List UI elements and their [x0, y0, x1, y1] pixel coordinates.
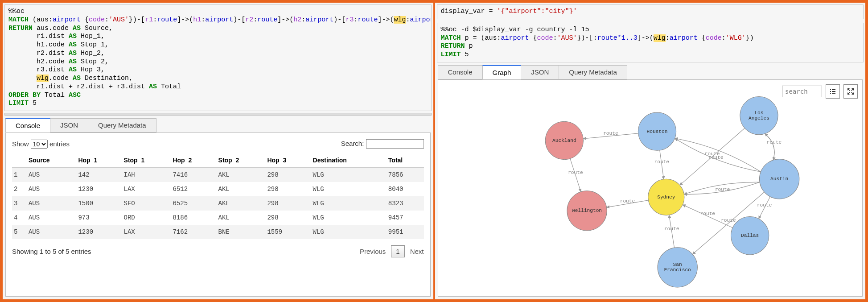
- node-label: Houston: [646, 128, 667, 134]
- graph-search-input[interactable]: [782, 86, 822, 97]
- search-control: Search:: [341, 139, 424, 149]
- table-row: 1AUS142IAH7416AKL298WLG7856: [12, 168, 424, 182]
- edge: [683, 205, 732, 228]
- entries-control: Show 10 entries: [12, 140, 70, 149]
- previous-button[interactable]: Previous: [360, 248, 386, 255]
- node-label: Sydney: [657, 194, 675, 200]
- edge-label: route: [603, 131, 618, 136]
- edge-label: route: [715, 187, 729, 192]
- edge: [765, 134, 774, 160]
- edge-label: route: [721, 218, 736, 223]
- code-cell-right-b[interactable]: %%oc -d $display_var -g country -l 15 MA…: [437, 23, 864, 62]
- tab-json[interactable]: JSON: [50, 118, 88, 132]
- edge: [765, 134, 774, 160]
- result-tabs-right: ConsoleGraphJSONQuery Metadata: [438, 65, 863, 79]
- search-input[interactable]: [366, 139, 424, 149]
- edge-label: route: [568, 170, 583, 175]
- tab-graph[interactable]: Graph: [482, 65, 522, 79]
- edge: [659, 150, 663, 179]
- show-label-pre: Show: [12, 140, 29, 148]
- show-label-post: entries: [49, 140, 70, 148]
- node-label: Dallas: [741, 233, 759, 238]
- tab-json[interactable]: JSON: [521, 65, 559, 79]
- col-rownum[interactable]: [12, 153, 27, 168]
- entries-select[interactable]: 10: [31, 140, 48, 149]
- node-label: Francisco: [664, 267, 691, 273]
- table-row: 4AUS973ORD8186AKL298WLG9457: [12, 211, 424, 225]
- edge: [679, 128, 745, 185]
- node-label: Angeles: [749, 116, 769, 121]
- node-label: Auckland: [552, 138, 576, 143]
- tab-query-metadata[interactable]: Query Metadata: [559, 65, 627, 79]
- horizontal-scrollbar[interactable]: [4, 113, 432, 116]
- result-tabs-left: ConsoleJSONQuery Metadata: [5, 118, 431, 132]
- node-label: San: [673, 262, 682, 267]
- table-row: 2AUS1230LAX6512AKL298WLG8040: [12, 182, 424, 196]
- edge-label: route: [766, 140, 781, 145]
- edge-label: route: [620, 199, 634, 204]
- edge: [570, 158, 580, 191]
- next-button[interactable]: Next: [410, 248, 424, 255]
- graph-output: routerouterouterouterouterouterouteroute…: [438, 79, 863, 297]
- code-cell-right-a[interactable]: display_var = '{"airport":"city"}': [437, 4, 864, 19]
- table-row: 3AUS1500SFO6525AKL298WLG8323: [12, 196, 424, 211]
- console-output: Show 10 entries Search: SourceHop_1Stop_…: [5, 132, 431, 297]
- col-destination[interactable]: Destination: [311, 153, 387, 168]
- edge-label: route: [664, 226, 679, 231]
- edge-label: route: [654, 159, 669, 165]
- table-row: 5AUS1230LAX7162BNE1559WLG9951: [12, 225, 424, 239]
- col-hop_1[interactable]: Hop_1: [76, 153, 122, 168]
- edge: [669, 215, 674, 248]
- graph-canvas[interactable]: routerouterouterouterouterouterouteroute…: [440, 82, 861, 294]
- edge-label: route: [700, 211, 715, 216]
- col-stop_1[interactable]: Stop_1: [122, 153, 171, 168]
- tab-console[interactable]: Console: [438, 65, 483, 79]
- col-source[interactable]: Source: [27, 153, 76, 168]
- code-cell-left[interactable]: %%oc MATCH (aus:airport {code:'AUS'})-[r…: [4, 4, 432, 111]
- col-hop_3[interactable]: Hop_3: [265, 153, 311, 168]
- edge-label: route: [704, 151, 719, 157]
- right-pane: display_var = '{"airport":"city"}' %%oc …: [434, 2, 867, 300]
- search-label: Search:: [341, 140, 364, 147]
- page-number[interactable]: 1: [391, 245, 404, 257]
- edge: [758, 197, 770, 219]
- results-table: SourceHop_1Stop_1Hop_2Stop_2Hop_3Destina…: [12, 153, 424, 239]
- list-icon[interactable]: [826, 84, 840, 99]
- col-hop_2[interactable]: Hop_2: [171, 153, 216, 168]
- node-label: Austin: [770, 176, 788, 182]
- tab-query-metadata[interactable]: Query Metadata: [88, 118, 156, 132]
- node-label: Los: [754, 110, 763, 116]
- table-info: Showing 1 to 5 of 5 entries: [12, 248, 91, 255]
- left-pane: %%oc MATCH (aus:airport {code:'AUS'})-[r…: [2, 2, 434, 300]
- col-stop_2[interactable]: Stop_2: [217, 153, 266, 168]
- tab-console[interactable]: Console: [5, 118, 50, 132]
- col-total[interactable]: Total: [387, 153, 424, 168]
- pagination: Previous 1 Next: [360, 245, 424, 257]
- fullscreen-icon[interactable]: [843, 84, 858, 99]
- edge-label: route: [757, 202, 771, 207]
- node-label: Wellington: [572, 208, 602, 213]
